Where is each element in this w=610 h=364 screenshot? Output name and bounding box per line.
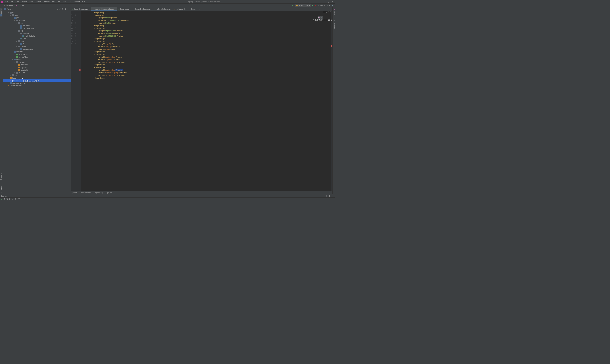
run-button[interactable]: ▶: [311, 4, 313, 6]
menu-file[interactable]: File: [4, 0, 9, 3]
editor-tab[interactable]: mpom.xml (SpringMvcDemo)×: [91, 7, 117, 11]
menu-build[interactable]: Build: [51, 0, 56, 3]
tree-item[interactable]: ▾entity: [3, 40, 71, 43]
minimize-icon[interactable]: —: [323, 1, 325, 3]
chevron-up-icon[interactable]: ˄: [328, 11, 329, 13]
hide-icon[interactable]: —: [331, 195, 334, 197]
editor-tab[interactable]: ●Student.java×: [117, 7, 132, 11]
breadcrumb-item[interactable]: dependencies: [81, 192, 91, 194]
tree-item[interactable]: ▾java: [3, 16, 71, 19]
gear-icon[interactable]: ✿: [64, 8, 67, 10]
tree-item[interactable]: ▸test: [3, 74, 71, 77]
tree-item[interactable]: register.html: [3, 69, 71, 71]
tab-database[interactable]: 🗄Database: [333, 19, 335, 29]
tab-structure[interactable]: ⌬Structure: [0, 171, 2, 181]
expand-icon[interactable]: ⇵: [4, 198, 5, 200]
collapse-icon[interactable]: ⇅: [6, 198, 8, 200]
git-commit-button[interactable]: ✓: [328, 4, 331, 6]
tree-item[interactable]: CStudentDaoImpl: [3, 27, 71, 29]
tree-item[interactable]: ▾templates: [3, 61, 71, 64]
tree-item[interactable]: ▾controller: [3, 32, 71, 35]
menu-analyze[interactable]: Analyze: [35, 0, 42, 3]
maximize-icon[interactable]: ▢: [328, 1, 329, 3]
tree-item[interactable]: CMain: [3, 37, 71, 40]
tree-item[interactable]: CStudent: [3, 43, 71, 45]
tree-item[interactable]: ▾main: [3, 14, 71, 16]
tree-item[interactable]: ▾src: [3, 11, 71, 14]
menu-run[interactable]: Run: [56, 0, 61, 3]
search-everywhere-button[interactable]: 🔍: [331, 4, 334, 6]
breadcrumb-file[interactable]: pom.xml: [18, 4, 24, 6]
tree-item[interactable]: ▸▮External Libraries: [3, 84, 71, 87]
tab-project[interactable]: Project: [0, 8, 2, 17]
tree-item[interactable]: IStudentDao: [3, 24, 71, 27]
close-icon[interactable]: ×: [195, 8, 197, 10]
select-opened-file-icon[interactable]: ⊕: [56, 8, 59, 10]
close-icon[interactable]: ✕: [321, 17, 322, 19]
breadcrumb-item[interactable]: project: [73, 192, 77, 194]
tree-item[interactable]: ▸target: [3, 77, 71, 79]
tree-item[interactable]: ▾dsj: [3, 29, 71, 32]
filter-icon[interactable]: ▼: [12, 198, 14, 200]
menu-view[interactable]: View: [14, 0, 20, 3]
tree-item[interactable]: DataBase.xml: [3, 53, 71, 56]
group-icon[interactable]: ⊞: [9, 198, 11, 200]
tabs-dropdown-icon[interactable]: ▾: [198, 7, 201, 11]
close-icon[interactable]: ×: [114, 8, 115, 10]
chevron-down-icon[interactable]: ▾: [12, 8, 13, 10]
layout-icon[interactable]: ◫: [15, 198, 16, 200]
error-stripe[interactable]: [331, 11, 333, 191]
run-configuration-combo[interactable]: Tomcat 9.0.68 ▾: [295, 4, 311, 7]
fold-gutter[interactable]: [77, 11, 79, 191]
tree-item[interactable]: IStudentMapper: [3, 48, 71, 51]
editor-tab[interactable]: ◆register.html×: [173, 7, 188, 11]
run-button[interactable]: ▶: [1, 198, 2, 200]
menu-code[interactable]: Code: [28, 0, 34, 3]
stop-button[interactable]: ■: [323, 4, 325, 6]
debug-button[interactable]: 🐞: [314, 4, 317, 6]
tab-maven[interactable]: mMaven: [333, 8, 335, 16]
coverage-button[interactable]: ◔: [317, 4, 320, 6]
menu-refactor[interactable]: Refactor: [42, 0, 51, 3]
add-icon[interactable]: ＋▾: [18, 198, 20, 200]
error-bulb-icon[interactable]: [79, 69, 81, 71]
inspection-widget[interactable]: ● 18 ˄ ˅: [323, 11, 331, 13]
gear-icon[interactable]: ✿: [328, 195, 331, 197]
menu-vcs[interactable]: VCS: [68, 0, 73, 3]
code-content[interactable]: </dependency> <dependency> <groupId>mysq…: [81, 11, 331, 191]
tree-item[interactable]: login.html: [3, 66, 71, 69]
tree-item[interactable]: springMVC.xml: [3, 56, 71, 58]
project-view-label[interactable]: Project: [6, 8, 11, 10]
editor-tab[interactable]: ●StudentMapper.java×: [71, 7, 91, 11]
tree-item[interactable]: ▾com.hgd: [3, 19, 71, 22]
menu-tools[interactable]: Tools: [62, 0, 67, 3]
close-icon[interactable]: ×: [130, 8, 131, 10]
close-icon[interactable]: ×: [170, 8, 171, 10]
editor-tab[interactable]: ●HelloController.java×: [153, 7, 173, 11]
expand-all-icon[interactable]: ⇵: [59, 8, 61, 10]
close-icon[interactable]: ✕: [332, 1, 334, 3]
bulb-icon[interactable]: ◎: [325, 195, 328, 197]
close-icon[interactable]: ×: [186, 8, 187, 10]
hide-icon[interactable]: —: [67, 8, 70, 10]
breadcrumb-project[interactable]: SpringMvcDemo: [1, 4, 13, 6]
editor-tab[interactable]: ●StudentDaoImpl.java×: [132, 7, 153, 11]
menu-edit[interactable]: Edit: [9, 0, 14, 3]
breadcrumb-item[interactable]: groupId: [107, 192, 112, 194]
tree-item[interactable]: ▾resources: [3, 51, 71, 53]
breadcrumb-item[interactable]: dependency: [95, 192, 103, 194]
editor-tab[interactable]: ◆login×: [188, 7, 198, 11]
menu-navigate[interactable]: Navigate: [20, 0, 28, 3]
tree-item[interactable]: index.html: [3, 64, 71, 66]
menu-window[interactable]: Window: [73, 0, 81, 3]
editor-breadcrumb[interactable]: project〉dependencies〉dependency〉groupId: [71, 191, 333, 194]
close-icon[interactable]: ×: [89, 8, 90, 10]
tree-item[interactable]: SpringMvcDemo.iml: [3, 82, 71, 84]
collapse-all-icon[interactable]: ⇅: [61, 8, 64, 10]
tree-item[interactable]: mpom.xml: [3, 79, 71, 82]
menu-help[interactable]: Help: [81, 0, 86, 3]
tree-item[interactable]: CHelloController: [3, 35, 71, 37]
tab-favorites[interactable]: ★Favorites: [0, 184, 2, 194]
tree-item[interactable]: ▾webapp: [3, 58, 71, 61]
build-icon[interactable]: ↙: [292, 4, 295, 6]
